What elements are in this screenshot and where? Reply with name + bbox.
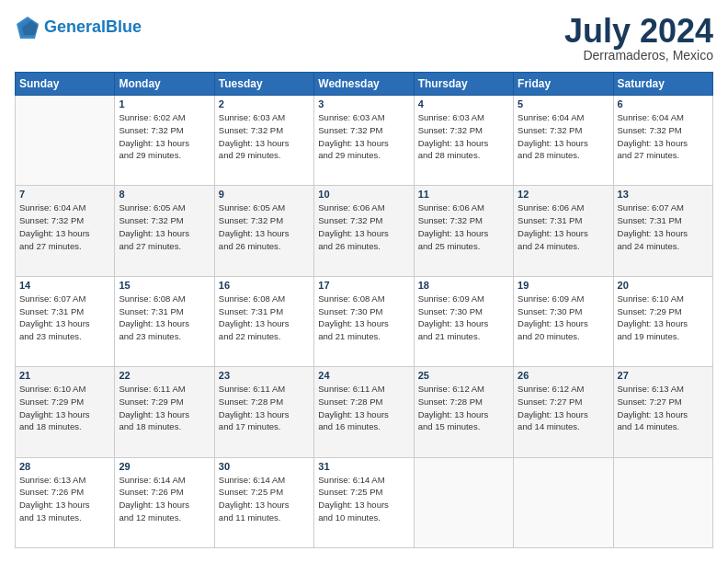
table-row: 25Sunrise: 6:12 AMSunset: 7:28 PMDayligh… [414, 367, 513, 457]
day-number: 24 [318, 370, 409, 381]
day-info: Sunrise: 6:03 AMSunset: 7:32 PMDaylight:… [418, 111, 509, 162]
table-row: 24Sunrise: 6:11 AMSunset: 7:28 PMDayligh… [314, 367, 414, 457]
table-row: 14Sunrise: 6:07 AMSunset: 7:31 PMDayligh… [16, 276, 115, 366]
table-row: 2Sunrise: 6:03 AMSunset: 7:32 PMDaylight… [214, 96, 313, 186]
day-number: 16 [219, 280, 310, 291]
day-info: Sunrise: 6:08 AMSunset: 7:31 PMDaylight:… [119, 293, 210, 343]
table-row: 28Sunrise: 6:13 AMSunset: 7:26 PMDayligh… [16, 457, 115, 547]
logo-icon [15, 15, 40, 40]
day-number: 28 [19, 461, 110, 472]
day-number: 17 [318, 280, 409, 291]
table-row: 20Sunrise: 6:10 AMSunset: 7:29 PMDayligh… [613, 276, 712, 366]
table-row: 18Sunrise: 6:09 AMSunset: 7:30 PMDayligh… [414, 276, 513, 366]
logo: GeneralBlue [15, 15, 142, 40]
day-number: 15 [119, 280, 210, 291]
table-row: 17Sunrise: 6:08 AMSunset: 7:30 PMDayligh… [314, 276, 414, 366]
table-row: 19Sunrise: 6:09 AMSunset: 7:30 PMDayligh… [514, 276, 613, 366]
day-number: 6 [618, 98, 709, 109]
day-number: 18 [418, 280, 509, 291]
day-info: Sunrise: 6:03 AMSunset: 7:32 PMDaylight:… [219, 111, 310, 162]
subtitle: Derramaderos, Mexico [564, 48, 713, 63]
day-info: Sunrise: 6:13 AMSunset: 7:26 PMDaylight:… [19, 474, 110, 524]
table-row: 6Sunrise: 6:04 AMSunset: 7:32 PMDaylight… [613, 96, 712, 186]
day-info: Sunrise: 6:06 AMSunset: 7:31 PMDaylight:… [518, 201, 609, 252]
week-row-1: 1Sunrise: 6:02 AMSunset: 7:32 PMDaylight… [16, 96, 713, 186]
day-info: Sunrise: 6:04 AMSunset: 7:32 PMDaylight:… [618, 111, 709, 162]
table-row: 4Sunrise: 6:03 AMSunset: 7:32 PMDaylight… [414, 96, 513, 186]
day-number: 13 [618, 189, 709, 200]
table-row [613, 457, 712, 547]
table-row: 21Sunrise: 6:10 AMSunset: 7:29 PMDayligh… [16, 367, 115, 457]
day-info: Sunrise: 6:09 AMSunset: 7:30 PMDaylight:… [418, 293, 509, 343]
col-friday: Friday [514, 73, 613, 96]
day-info: Sunrise: 6:11 AMSunset: 7:28 PMDaylight:… [219, 383, 310, 433]
day-info: Sunrise: 6:11 AMSunset: 7:28 PMDaylight:… [318, 383, 409, 433]
day-number: 4 [418, 98, 509, 109]
day-number: 29 [119, 461, 210, 472]
day-number: 8 [119, 189, 210, 200]
week-row-2: 7Sunrise: 6:04 AMSunset: 7:32 PMDaylight… [16, 186, 713, 276]
day-info: Sunrise: 6:04 AMSunset: 7:32 PMDaylight:… [19, 201, 110, 252]
title-area: July 2024 Derramaderos, Mexico [564, 15, 713, 63]
day-info: Sunrise: 6:06 AMSunset: 7:32 PMDaylight:… [418, 201, 509, 252]
day-number: 11 [418, 189, 509, 200]
week-row-3: 14Sunrise: 6:07 AMSunset: 7:31 PMDayligh… [16, 276, 713, 366]
day-number: 25 [418, 370, 509, 381]
month-title: July 2024 [564, 15, 713, 48]
col-tuesday: Tuesday [214, 73, 313, 96]
day-info: Sunrise: 6:10 AMSunset: 7:29 PMDaylight:… [19, 383, 110, 433]
table-row: 22Sunrise: 6:11 AMSunset: 7:29 PMDayligh… [115, 367, 214, 457]
day-number: 10 [318, 189, 409, 200]
day-number: 19 [518, 280, 609, 291]
table-row: 8Sunrise: 6:05 AMSunset: 7:32 PMDaylight… [115, 186, 214, 276]
table-row: 30Sunrise: 6:14 AMSunset: 7:25 PMDayligh… [214, 457, 313, 547]
table-row: 29Sunrise: 6:14 AMSunset: 7:26 PMDayligh… [115, 457, 214, 547]
day-info: Sunrise: 6:02 AMSunset: 7:32 PMDaylight:… [119, 111, 210, 162]
day-info: Sunrise: 6:12 AMSunset: 7:28 PMDaylight:… [418, 383, 509, 433]
day-info: Sunrise: 6:06 AMSunset: 7:32 PMDaylight:… [318, 201, 409, 252]
day-number: 20 [618, 280, 709, 291]
day-number: 7 [19, 189, 110, 200]
day-info: Sunrise: 6:10 AMSunset: 7:29 PMDaylight:… [618, 293, 709, 343]
logo-text: GeneralBlue [44, 18, 142, 37]
day-number: 9 [219, 189, 310, 200]
table-row [514, 457, 613, 547]
day-number: 1 [119, 98, 210, 109]
table-row: 10Sunrise: 6:06 AMSunset: 7:32 PMDayligh… [314, 186, 414, 276]
table-row: 7Sunrise: 6:04 AMSunset: 7:32 PMDaylight… [16, 186, 115, 276]
logo-line2: Blue [106, 17, 142, 36]
day-number: 14 [19, 280, 110, 291]
day-info: Sunrise: 6:07 AMSunset: 7:31 PMDaylight:… [19, 293, 110, 343]
table-row: 16Sunrise: 6:08 AMSunset: 7:31 PMDayligh… [214, 276, 313, 366]
day-number: 2 [219, 98, 310, 109]
table-row: 23Sunrise: 6:11 AMSunset: 7:28 PMDayligh… [214, 367, 313, 457]
day-info: Sunrise: 6:07 AMSunset: 7:31 PMDaylight:… [618, 201, 709, 252]
day-info: Sunrise: 6:14 AMSunset: 7:25 PMDaylight:… [219, 474, 310, 524]
day-info: Sunrise: 6:14 AMSunset: 7:25 PMDaylight:… [318, 474, 409, 524]
day-info: Sunrise: 6:04 AMSunset: 7:32 PMDaylight:… [518, 111, 609, 162]
col-wednesday: Wednesday [314, 73, 414, 96]
col-thursday: Thursday [414, 73, 513, 96]
day-number: 3 [318, 98, 409, 109]
day-number: 12 [518, 189, 609, 200]
day-info: Sunrise: 6:05 AMSunset: 7:32 PMDaylight:… [119, 201, 210, 252]
day-info: Sunrise: 6:12 AMSunset: 7:27 PMDaylight:… [518, 383, 609, 433]
day-info: Sunrise: 6:11 AMSunset: 7:29 PMDaylight:… [119, 383, 210, 433]
week-row-5: 28Sunrise: 6:13 AMSunset: 7:26 PMDayligh… [16, 457, 713, 547]
logo-line1: General [44, 17, 106, 36]
day-info: Sunrise: 6:13 AMSunset: 7:27 PMDaylight:… [618, 383, 709, 433]
table-row: 11Sunrise: 6:06 AMSunset: 7:32 PMDayligh… [414, 186, 513, 276]
header-row: Sunday Monday Tuesday Wednesday Thursday… [16, 73, 713, 96]
day-info: Sunrise: 6:03 AMSunset: 7:32 PMDaylight:… [318, 111, 409, 162]
table-row: 31Sunrise: 6:14 AMSunset: 7:25 PMDayligh… [314, 457, 414, 547]
calendar: Sunday Monday Tuesday Wednesday Thursday… [15, 72, 713, 548]
day-number: 31 [318, 461, 409, 472]
table-row [414, 457, 513, 547]
table-row: 1Sunrise: 6:02 AMSunset: 7:32 PMDaylight… [115, 96, 214, 186]
table-row: 12Sunrise: 6:06 AMSunset: 7:31 PMDayligh… [514, 186, 613, 276]
day-number: 26 [518, 370, 609, 381]
table-row: 26Sunrise: 6:12 AMSunset: 7:27 PMDayligh… [514, 367, 613, 457]
table-row: 15Sunrise: 6:08 AMSunset: 7:31 PMDayligh… [115, 276, 214, 366]
day-number: 27 [618, 370, 709, 381]
col-sunday: Sunday [16, 73, 115, 96]
